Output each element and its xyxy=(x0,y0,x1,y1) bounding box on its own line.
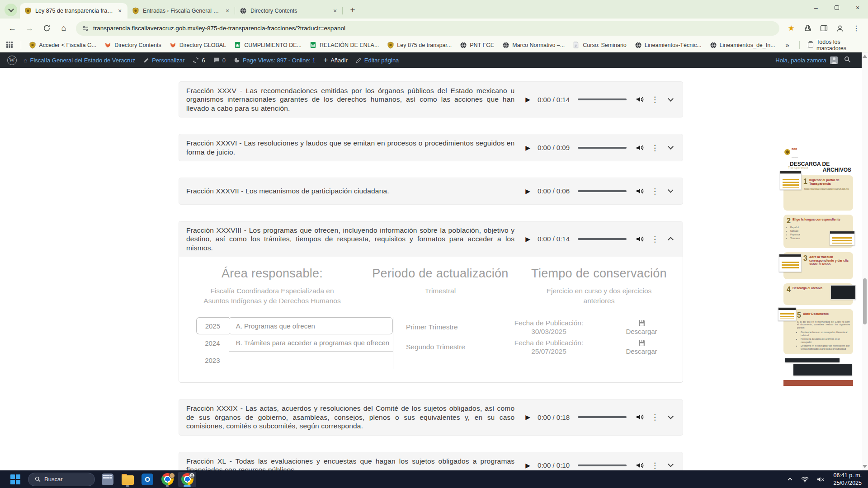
browser-tab[interactable]: Directory Contents× xyxy=(235,3,343,19)
bookmarks-overflow-button[interactable]: » xyxy=(786,41,789,49)
bookmark-item[interactable]: Directory GLOBAL xyxy=(170,42,226,49)
back-button[interactable]: ← xyxy=(5,21,20,36)
bookmark-star-icon[interactable]: ★ xyxy=(784,21,798,36)
bookmark-item[interactable]: PNT FGE xyxy=(460,42,494,49)
year-tab-2025[interactable]: 2025 xyxy=(196,317,229,334)
volume-icon[interactable] xyxy=(636,235,645,243)
scrollbar-thumb[interactable] xyxy=(863,278,867,324)
bookmark-item[interactable]: Directory Contents xyxy=(104,42,161,49)
play-button[interactable]: ▶ xyxy=(525,188,530,195)
user-avatar[interactable] xyxy=(830,56,838,64)
player-menu-icon[interactable]: ⋮ xyxy=(651,95,659,104)
player-seekbar[interactable] xyxy=(578,465,627,466)
browser-menu-icon[interactable]: ⋮ xyxy=(849,21,863,36)
volume-icon[interactable] xyxy=(636,96,645,103)
player-menu-icon[interactable]: ⋮ xyxy=(651,187,659,196)
taskbar-clock[interactable]: 06:41 p. m. 25/07/2025 xyxy=(833,472,862,487)
accordion-toggle[interactable] xyxy=(660,99,673,101)
download-instructions-infographic[interactable]: FGE───── DESCARGA DE Transparencia ARCHI… xyxy=(783,144,853,386)
tray-chevron-up-icon[interactable] xyxy=(787,476,793,482)
tab-close-icon[interactable]: × xyxy=(223,7,231,15)
admin-search-icon[interactable] xyxy=(844,56,851,64)
tab-close-icon[interactable]: × xyxy=(116,7,124,15)
profile-icon[interactable] xyxy=(833,21,847,36)
volume-icon[interactable] xyxy=(636,144,645,151)
admin-site-name[interactable]: ⌂ Fiscalía General del Estado de Veracru… xyxy=(24,56,135,64)
bookmark-item[interactable]: Ley 875 de transpar... xyxy=(387,42,452,49)
download-button[interactable]: Descargar xyxy=(609,339,674,355)
bookmark-item[interactable]: Acceder < Fiscalía G... xyxy=(29,42,96,49)
url-bar[interactable]: transparencia.fiscaliaveracruz.gob.mx/le… xyxy=(76,21,779,36)
bookmark-item[interactable]: CUMPLIMIENTO DE... xyxy=(234,42,302,49)
player-seekbar[interactable] xyxy=(578,99,627,100)
tab-search-button[interactable] xyxy=(5,4,17,16)
volume-muted-icon[interactable] xyxy=(817,476,825,483)
play-button[interactable]: ▶ xyxy=(525,144,530,151)
start-button[interactable] xyxy=(6,472,24,487)
chrome-app-button-active[interactable] xyxy=(178,472,196,487)
player-menu-icon[interactable]: ⋮ xyxy=(651,413,659,422)
scroll-down-arrow[interactable] xyxy=(863,465,867,468)
admin-add-new[interactable]: + Añadir xyxy=(324,56,348,64)
download-button[interactable]: Descargar xyxy=(609,319,674,335)
player-seekbar[interactable] xyxy=(578,238,627,240)
new-tab-button[interactable]: + xyxy=(346,4,359,16)
tab-close-icon[interactable]: × xyxy=(331,7,339,15)
taskbar-search[interactable]: Buscar xyxy=(28,473,95,486)
play-button[interactable]: ▶ xyxy=(525,462,530,469)
bookmark-item[interactable]: Marco Normativo –... xyxy=(502,42,565,49)
bookmark-item[interactable]: RELACIÓN DE ENLA... xyxy=(310,42,379,49)
accordion-toggle[interactable] xyxy=(660,464,673,466)
site-info-icon[interactable] xyxy=(82,25,89,32)
year-tab-2023[interactable]: 2023 xyxy=(196,352,229,369)
all-bookmarks-button[interactable]: Todos los marcadores xyxy=(808,39,863,52)
admin-updates[interactable]: 6 xyxy=(193,57,205,64)
play-button[interactable]: ▶ xyxy=(525,96,530,103)
reload-button[interactable] xyxy=(39,21,54,36)
player-seekbar[interactable] xyxy=(578,416,627,418)
bookmark-item[interactable]: Lineamientos-Técnic... xyxy=(635,42,702,49)
forward-button[interactable]: → xyxy=(22,21,37,36)
bookmark-item[interactable]: Lineamientos_de_In... xyxy=(710,42,775,49)
bookmark-item[interactable]: Curso: Seminario xyxy=(573,42,627,49)
file-explorer-button[interactable] xyxy=(118,472,137,487)
volume-icon[interactable] xyxy=(636,413,645,421)
accordion-toggle[interactable] xyxy=(660,416,673,418)
year-tab-2024[interactable]: 2024 xyxy=(196,334,229,352)
play-button[interactable]: ▶ xyxy=(525,413,530,421)
admin-personalize[interactable]: Personalizar xyxy=(143,57,184,64)
calculator-app-button[interactable] xyxy=(99,472,117,487)
outlook-app-button[interactable]: O xyxy=(138,472,156,487)
accordion-toggle[interactable] xyxy=(660,236,673,242)
admin-comments[interactable]: 0 xyxy=(213,57,226,64)
browser-tab[interactable]: Ley 875 de transparencia fracci× xyxy=(20,3,127,19)
home-button[interactable]: ⌂ xyxy=(56,21,71,36)
player-menu-icon[interactable]: ⋮ xyxy=(651,143,659,152)
browser-tab[interactable]: Entradas ‹ Fiscalía General del E× xyxy=(127,3,235,19)
scroll-up-arrow[interactable] xyxy=(863,55,867,58)
wifi-icon[interactable] xyxy=(801,476,809,483)
player-seekbar[interactable] xyxy=(578,147,627,149)
admin-edit-page[interactable]: Editar página xyxy=(356,57,399,64)
detail-item[interactable]: B. Trámites para acceder a programas que… xyxy=(229,334,393,352)
accordion-toggle[interactable] xyxy=(660,146,673,149)
page-scrollbar[interactable] xyxy=(862,52,868,470)
admin-page-views[interactable]: Page Views: 897 - Online: 1 xyxy=(234,57,316,64)
wordpress-logo-icon[interactable]: W xyxy=(7,56,17,65)
detail-item[interactable]: A. Programas que ofrecen xyxy=(228,317,393,334)
maximize-button[interactable] xyxy=(826,0,847,15)
minimize-button[interactable]: – xyxy=(806,0,826,15)
side-panel-icon[interactable] xyxy=(816,21,831,36)
player-menu-icon[interactable]: ⋮ xyxy=(651,461,659,470)
play-button[interactable]: ▶ xyxy=(525,235,530,243)
volume-icon[interactable] xyxy=(636,462,645,469)
accordion-toggle[interactable] xyxy=(660,190,673,192)
player-seekbar[interactable] xyxy=(578,190,627,192)
admin-greeting[interactable]: Hola, paola zamora xyxy=(775,57,826,64)
extensions-puzzle-icon[interactable] xyxy=(800,21,815,36)
volume-icon[interactable] xyxy=(636,188,645,195)
player-menu-icon[interactable]: ⋮ xyxy=(651,235,659,244)
close-window-button[interactable]: × xyxy=(847,0,868,15)
apps-grid-icon[interactable] xyxy=(6,42,13,49)
chrome-app-button[interactable] xyxy=(158,472,176,487)
